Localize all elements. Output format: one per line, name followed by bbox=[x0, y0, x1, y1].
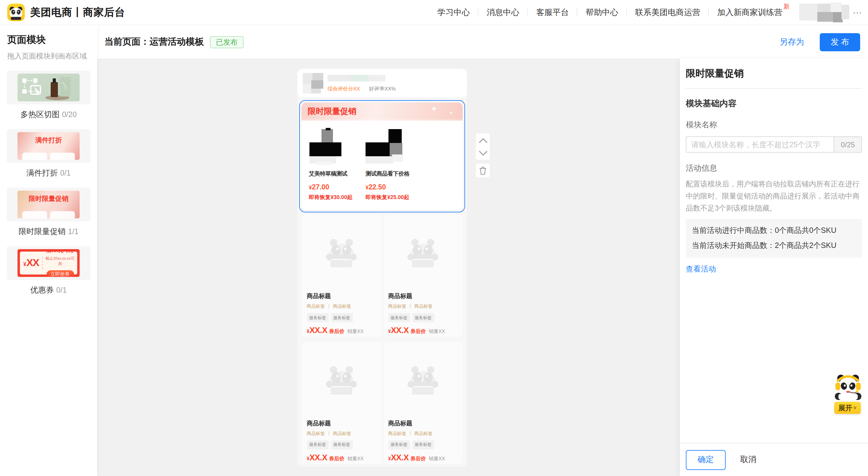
nav-training-camp[interactable]: 加入新商家训练营 新 bbox=[709, 7, 791, 18]
module-item-hotzone[interactable]: 多热区切图0/20 bbox=[7, 70, 91, 120]
view-activity-link[interactable]: 查看活动 bbox=[686, 265, 716, 275]
panda-placeholder-icon bbox=[383, 215, 462, 292]
current-page-title: 当前页面：运营活动模板 bbox=[104, 36, 204, 48]
module-product-1: 艾美特草稿测试 ¥27.00 即将恢复¥30.00起 bbox=[309, 128, 355, 201]
module-name-label: 模块名称 bbox=[686, 119, 862, 130]
module-label: 限时限量促销1/1 bbox=[7, 226, 91, 237]
panel-section-title: 模块基础内容 bbox=[686, 98, 862, 109]
panel-title: 限时限量促销 bbox=[686, 59, 862, 80]
coupon-grab-button: 立即抢券 bbox=[46, 270, 74, 277]
grid-product-card[interactable]: 商品标题 商品标签丨商品标签 服务标签服务标签 ¥XX.X券后价销量XX bbox=[302, 215, 381, 337]
panda-mascot-icon bbox=[834, 374, 862, 401]
nav-message-center[interactable]: 消息中心 bbox=[478, 7, 528, 18]
sidebar-page-modules: 页面模块 拖入页面模块到画布区域 bbox=[0, 25, 97, 476]
app-title: 美团电商丨商家后台 bbox=[30, 5, 125, 19]
sparkle-icon: ✦ bbox=[431, 104, 437, 113]
activity-info-label: 活动信息 bbox=[686, 163, 862, 174]
module-label: 满件打折0/1 bbox=[7, 168, 91, 179]
top-nav: 学习中心 消息中心 客服平台 帮助中心 联系美团电商运营 加入新商家训练营 新 bbox=[429, 7, 791, 18]
stat-ongoing: 当前活动进行中商品数：0个商品共0个SKU bbox=[692, 224, 856, 239]
service-tags: 服务标签服务标签 bbox=[388, 440, 458, 449]
product-tags: 商品标签丨商品标签 bbox=[307, 430, 376, 437]
phone-preview: 综合评价分XX 好评率XX% 限时限量促销 ✦ ✦ bbox=[298, 68, 467, 467]
store-praise-rate: 好评率XX% bbox=[369, 86, 396, 93]
more-menu-icon[interactable]: ⋯ bbox=[853, 8, 862, 17]
panda-placeholder-icon bbox=[302, 215, 381, 292]
store-rating: 综合评价分XX bbox=[328, 86, 360, 93]
activity-stats-box: 当前活动进行中商品数：0个商品共0个SKU 当前活动未开始商品数：2个商品共2个… bbox=[686, 219, 862, 258]
sidebar-subtitle: 拖入页面模块到画布区域 bbox=[7, 51, 97, 62]
assistant-widget: 展开 ˅ bbox=[834, 374, 863, 414]
avatar[interactable] bbox=[799, 2, 849, 22]
sparkle-icon: ✦ bbox=[449, 110, 453, 116]
module-label: 优惠券0/1 bbox=[7, 285, 91, 296]
chevron-down-icon: ˅ bbox=[854, 405, 857, 411]
product-grid: 商品标题 商品标签丨商品标签 服务标签服务标签 ¥XX.X券后价销量XX bbox=[298, 215, 467, 464]
published-status-badge: 已发布 bbox=[210, 36, 244, 48]
price-row: ¥XX.X券后价销量XX bbox=[388, 326, 458, 335]
price-row: ¥XX.X券后价销量XX bbox=[307, 326, 376, 335]
product-tags: 商品标签丨商品标签 bbox=[307, 303, 376, 309]
flash-sale-banner: 限时限量促销 ✦ ✦ bbox=[302, 102, 463, 120]
service-tags: 服务标签服务标签 bbox=[307, 440, 376, 449]
full-discount-thumbnail: 满件打折 bbox=[18, 132, 80, 160]
move-down-icon[interactable] bbox=[478, 151, 487, 156]
char-counter: 0/25 bbox=[834, 137, 861, 152]
cancel-button[interactable]: 取消 bbox=[740, 454, 756, 465]
module-item-full-discount[interactable]: 满件打折 满件打折0/1 bbox=[7, 129, 91, 179]
product-image-censored bbox=[366, 128, 403, 165]
grid-product-card[interactable]: 商品标题 商品标签丨商品标签 服务标签服务标签 ¥XX.X券后价销量XX bbox=[302, 342, 381, 464]
price-row: ¥XX.X券后价销量XX bbox=[388, 453, 458, 463]
product-title: 商品标题 bbox=[307, 419, 376, 427]
app-root: 美团电商丨商家后台 学习中心 消息中心 客服平台 帮助中心 联系美团电商运营 加… bbox=[0, 0, 868, 476]
product-tags: 商品标签丨商品标签 bbox=[388, 303, 458, 309]
product-title: 商品标题 bbox=[307, 292, 376, 300]
save-as-button[interactable]: 另存为 bbox=[780, 36, 804, 47]
panel-footer: 确定 取消 bbox=[680, 443, 868, 476]
grid-product-card[interactable]: 商品标题 商品标签丨商品标签 服务标签服务标签 ¥XX.X券后价销量XX bbox=[383, 342, 462, 464]
module-move-controls bbox=[476, 133, 490, 160]
nav-help-center[interactable]: 帮助中心 bbox=[577, 7, 627, 18]
canvas-topbar: 当前页面：运营活动模板 已发布 另存为 发 布 bbox=[97, 25, 868, 59]
app-header: 美团电商丨商家后台 学习中心 消息中心 客服平台 帮助中心 联系美团电商运营 加… bbox=[0, 0, 868, 25]
new-badge: 新 bbox=[783, 2, 789, 10]
flash-sale-banner-title: 限时限量促销 bbox=[308, 106, 356, 117]
service-tags: 服务标签服务标签 bbox=[307, 313, 376, 322]
stat-not-started: 当前活动未开始商品数：2个商品共2个SKU bbox=[692, 239, 856, 254]
module-label: 多热区切图0/20 bbox=[7, 109, 91, 120]
module-name-input[interactable] bbox=[686, 137, 834, 152]
expand-assistant-button[interactable]: 展开 ˅ bbox=[834, 402, 861, 414]
store-avatar bbox=[303, 73, 323, 93]
product-title: 商品标题 bbox=[388, 419, 458, 427]
app-logo[interactable]: 美团电商丨商家后台 bbox=[7, 4, 125, 21]
product-tags: 商品标签丨商品标签 bbox=[388, 430, 458, 437]
flash-sale-module-selected[interactable]: 限时限量促销 ✦ ✦ 艾 bbox=[299, 100, 465, 212]
module-item-coupon[interactable]: ¥XX 满XX元可用 截止20xx.xx.xx可用 立即抢券 优惠券0/1 bbox=[7, 246, 91, 296]
product-title: 商品标题 bbox=[388, 292, 458, 300]
activity-description: 配置该模块后，用户端将自动拉取店铺内所有正在进行中的限时、限量促销活动的商品进行… bbox=[686, 179, 862, 214]
divider bbox=[686, 88, 862, 89]
product-image-censored bbox=[309, 128, 346, 165]
store-header-card[interactable]: 综合评价分XX 好评率XX% bbox=[298, 69, 467, 97]
trash-icon bbox=[479, 166, 487, 175]
confirm-button[interactable]: 确定 bbox=[686, 450, 726, 470]
module-name-field: 0/25 bbox=[686, 136, 862, 153]
canvas-area: 综合评价分XX 好评率XX% 限时限量促销 ✦ ✦ bbox=[97, 59, 680, 476]
nav-customer-service[interactable]: 客服平台 bbox=[528, 7, 577, 18]
publish-button[interactable]: 发 布 bbox=[820, 33, 860, 51]
service-tags: 服务标签服务标签 bbox=[388, 313, 458, 322]
panda-placeholder-icon bbox=[383, 342, 462, 419]
nav-learning-center[interactable]: 学习中心 bbox=[429, 7, 478, 18]
move-up-icon[interactable] bbox=[478, 137, 487, 143]
store-name-censored bbox=[328, 75, 385, 82]
panda-logo-icon bbox=[7, 4, 25, 21]
module-item-flash-sale[interactable]: 限时限量促销 限时限量促销1/1 bbox=[7, 188, 91, 237]
hotzone-thumbnail bbox=[18, 73, 80, 101]
panda-placeholder-icon bbox=[302, 342, 381, 419]
module-product-2: 测试商品看下价格 ¥22.50 即将恢复¥25.00起 bbox=[366, 128, 411, 201]
grid-product-card[interactable]: 商品标题 商品标签丨商品标签 服务标签服务标签 ¥XX.X券后价销量XX bbox=[383, 215, 462, 337]
nav-contact-ops[interactable]: 联系美团电商运营 bbox=[627, 7, 709, 18]
delete-module-button[interactable] bbox=[476, 163, 490, 177]
price-row: ¥XX.X券后价销量XX bbox=[307, 453, 376, 463]
flash-sale-thumbnail: 限时限量促销 bbox=[18, 191, 80, 218]
